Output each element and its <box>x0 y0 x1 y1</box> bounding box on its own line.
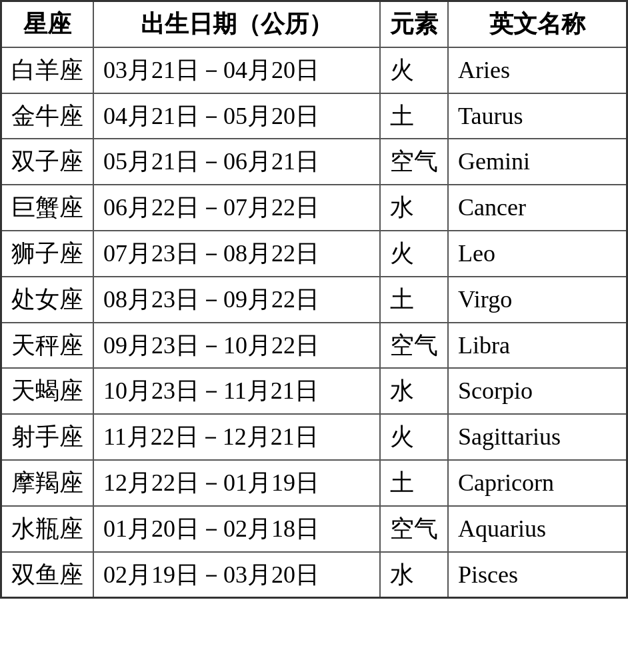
cell-date: 11月22日－12月21日 <box>93 414 380 460</box>
cell-element: 水 <box>380 368 448 414</box>
cell-sign: 巨蟹座 <box>1 185 94 231</box>
cell-date: 08月23日－09月22日 <box>93 277 380 323</box>
cell-english: Gemini <box>448 139 627 185</box>
cell-sign: 双子座 <box>1 139 94 185</box>
cell-date: 12月22日－01月19日 <box>93 460 380 506</box>
table-row: 狮子座07月23日－08月22日火Leo <box>1 231 627 277</box>
cell-english: Scorpio <box>448 368 627 414</box>
cell-date: 02月19日－03月20日 <box>93 552 380 598</box>
cell-element: 土 <box>380 277 448 323</box>
table-row: 金牛座04月21日－05月20日土Taurus <box>1 93 627 139</box>
header-date: 出生日期（公历） <box>93 1 380 47</box>
cell-sign: 天秤座 <box>1 323 94 369</box>
cell-element: 水 <box>380 552 448 598</box>
cell-sign: 狮子座 <box>1 231 94 277</box>
table-row: 双鱼座02月19日－03月20日水Pisces <box>1 552 627 598</box>
table-row: 天秤座09月23日－10月22日空气Libra <box>1 323 627 369</box>
cell-english: Cancer <box>448 185 627 231</box>
cell-date: 05月21日－06月21日 <box>93 139 380 185</box>
cell-element: 空气 <box>380 139 448 185</box>
cell-english: Pisces <box>448 552 627 598</box>
cell-date: 09月23日－10月22日 <box>93 323 380 369</box>
cell-sign: 金牛座 <box>1 93 94 139</box>
cell-date: 06月22日－07月22日 <box>93 185 380 231</box>
cell-element: 空气 <box>380 323 448 369</box>
cell-english: Libra <box>448 323 627 369</box>
cell-english: Aquarius <box>448 506 627 552</box>
cell-english: Leo <box>448 231 627 277</box>
cell-english: Taurus <box>448 93 627 139</box>
table-row: 天蝎座10月23日－11月21日水Scorpio <box>1 368 627 414</box>
cell-sign: 射手座 <box>1 414 94 460</box>
cell-element: 土 <box>380 93 448 139</box>
table-row: 处女座08月23日－09月22日土Virgo <box>1 277 627 323</box>
cell-element: 火 <box>380 47 448 93</box>
cell-date: 10月23日－11月21日 <box>93 368 380 414</box>
table-row: 双子座05月21日－06月21日空气Gemini <box>1 139 627 185</box>
cell-date: 04月21日－05月20日 <box>93 93 380 139</box>
zodiac-table: 星座 出生日期（公历） 元素 英文名称 白羊座03月21日－04月20日火Ari… <box>0 0 628 599</box>
table-row: 巨蟹座06月22日－07月22日水Cancer <box>1 185 627 231</box>
cell-sign: 水瓶座 <box>1 506 94 552</box>
cell-element: 火 <box>380 231 448 277</box>
header-element: 元素 <box>380 1 448 47</box>
table-row: 摩羯座12月22日－01月19日土Capricorn <box>1 460 627 506</box>
cell-sign: 摩羯座 <box>1 460 94 506</box>
cell-date: 07月23日－08月22日 <box>93 231 380 277</box>
cell-english: Virgo <box>448 277 627 323</box>
cell-element: 水 <box>380 185 448 231</box>
table-header-row: 星座 出生日期（公历） 元素 英文名称 <box>1 1 627 47</box>
cell-sign: 双鱼座 <box>1 552 94 598</box>
cell-element: 火 <box>380 414 448 460</box>
cell-date: 03月21日－04月20日 <box>93 47 380 93</box>
cell-english: Aries <box>448 47 627 93</box>
header-sign: 星座 <box>1 1 94 47</box>
header-english: 英文名称 <box>448 1 627 47</box>
cell-sign: 白羊座 <box>1 47 94 93</box>
table-row: 射手座11月22日－12月21日火Sagittarius <box>1 414 627 460</box>
cell-element: 空气 <box>380 506 448 552</box>
cell-english: Sagittarius <box>448 414 627 460</box>
cell-element: 土 <box>380 460 448 506</box>
table-row: 白羊座03月21日－04月20日火Aries <box>1 47 627 93</box>
zodiac-table-container: 星座 出生日期（公历） 元素 英文名称 白羊座03月21日－04月20日火Ari… <box>0 0 628 599</box>
table-row: 水瓶座01月20日－02月18日空气Aquarius <box>1 506 627 552</box>
cell-date: 01月20日－02月18日 <box>93 506 380 552</box>
cell-english: Capricorn <box>448 460 627 506</box>
cell-sign: 天蝎座 <box>1 368 94 414</box>
cell-sign: 处女座 <box>1 277 94 323</box>
